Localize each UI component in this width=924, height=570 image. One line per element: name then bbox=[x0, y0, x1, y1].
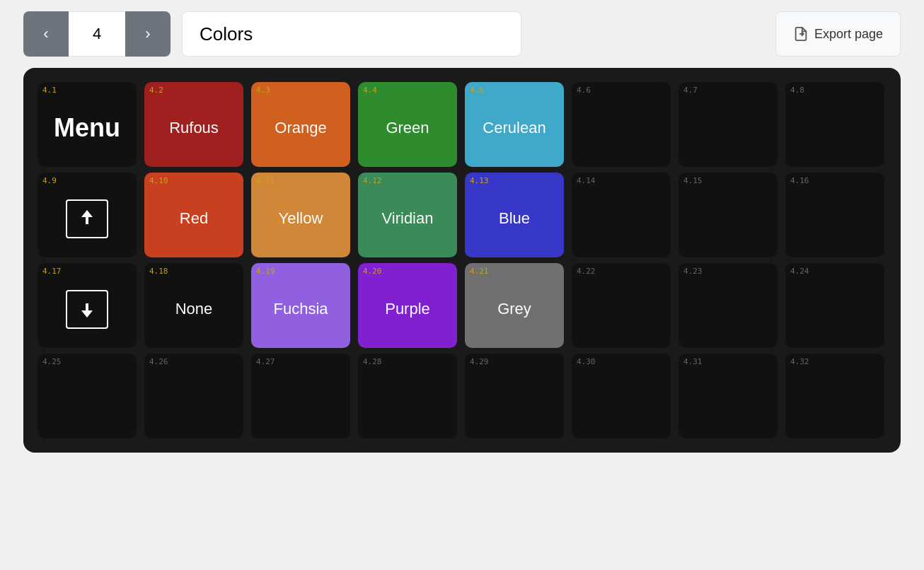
cell-label: 4.18 bbox=[149, 267, 168, 276]
cell-text: Green bbox=[386, 119, 429, 137]
cell-label: 4.1 bbox=[42, 86, 57, 95]
cell-label: 4.9 bbox=[42, 176, 57, 185]
cell-label: 4.21 bbox=[470, 267, 489, 276]
grid-cell-4-21[interactable]: 4.21Grey bbox=[465, 263, 564, 348]
grid-cell-4-32[interactable]: 4.32 bbox=[785, 354, 884, 438]
download-icon bbox=[66, 290, 108, 329]
upload-icon bbox=[66, 199, 108, 238]
cell-text: Cerulean bbox=[483, 119, 545, 137]
grid-cell-4-12[interactable]: 4.12Viridian bbox=[358, 173, 457, 257]
grid-cell-4-1[interactable]: 4.1Menu bbox=[37, 82, 137, 167]
cell-label: 4.32 bbox=[790, 357, 809, 366]
cell-label: 4.25 bbox=[42, 357, 62, 366]
grid-cell-4-22[interactable]: 4.22 bbox=[572, 263, 671, 348]
cell-text: None bbox=[175, 300, 213, 318]
grid-cell-4-16[interactable]: 4.16 bbox=[785, 173, 884, 257]
cell-label: 4.27 bbox=[256, 357, 275, 366]
cell-label: 4.3 bbox=[256, 86, 270, 95]
header: ‹ 4 › Colors Export page bbox=[23, 11, 901, 57]
cell-label: 4.5 bbox=[470, 86, 484, 95]
svg-marker-4 bbox=[81, 310, 93, 318]
grid-cell-4-30[interactable]: 4.30 bbox=[572, 354, 671, 438]
cell-label: 4.31 bbox=[683, 357, 703, 366]
cell-text: Red bbox=[180, 209, 208, 228]
grid-cell-4-11[interactable]: 4.11Yellow bbox=[251, 173, 350, 257]
grid-cell-4-25[interactable]: 4.25 bbox=[37, 354, 137, 438]
cell-label: 4.6 bbox=[577, 86, 591, 95]
cell-label: 4.19 bbox=[256, 267, 275, 276]
cell-label: 4.17 bbox=[42, 267, 62, 276]
prev-button[interactable]: ‹ bbox=[23, 11, 69, 57]
grid-cell-4-23[interactable]: 4.23 bbox=[678, 263, 778, 348]
grid-cell-4-6[interactable]: 4.6 bbox=[572, 82, 671, 167]
page-number: 4 bbox=[69, 11, 125, 57]
grid-cell-4-18[interactable]: 4.18None bbox=[144, 263, 243, 348]
cell-label: 4.10 bbox=[149, 176, 168, 185]
cell-text: Blue bbox=[499, 209, 530, 228]
export-button[interactable]: Export page bbox=[775, 11, 901, 57]
cell-label: 4.2 bbox=[149, 86, 163, 95]
cell-text: Yellow bbox=[279, 209, 323, 228]
grid-cell-4-15[interactable]: 4.15 bbox=[678, 173, 778, 257]
grid-cell-4-17[interactable]: 4.17 bbox=[37, 263, 137, 348]
cell-label: 4.26 bbox=[149, 357, 168, 366]
grid-cell-4-4[interactable]: 4.4Green bbox=[358, 82, 457, 167]
grid-container: 4.1Menu4.2Rufous4.3Orange4.4Green4.5Ceru… bbox=[23, 68, 901, 453]
grid-cell-4-14[interactable]: 4.14 bbox=[572, 173, 671, 257]
cell-label: 4.30 bbox=[577, 357, 596, 366]
menu-text: Menu bbox=[54, 113, 120, 143]
grid-cell-4-10[interactable]: 4.10Red bbox=[144, 173, 243, 257]
grid-cell-4-27[interactable]: 4.27 bbox=[251, 354, 350, 438]
grid-cell-4-29[interactable]: 4.29 bbox=[465, 354, 564, 438]
cell-label: 4.4 bbox=[363, 86, 377, 95]
grid-cell-4-9[interactable]: 4.9 bbox=[37, 173, 137, 257]
grid-cell-4-2[interactable]: 4.2Rufous bbox=[144, 82, 243, 167]
export-icon bbox=[793, 26, 809, 42]
svg-marker-2 bbox=[81, 210, 93, 217]
grid-cell-4-31[interactable]: 4.31 bbox=[678, 354, 778, 438]
cell-label: 4.23 bbox=[683, 267, 703, 276]
grid-cell-4-20[interactable]: 4.20Purple bbox=[358, 263, 457, 348]
cell-label: 4.22 bbox=[577, 267, 596, 276]
cell-grid: 4.1Menu4.2Rufous4.3Orange4.4Green4.5Ceru… bbox=[37, 82, 887, 438]
cell-label: 4.13 bbox=[470, 176, 489, 185]
cell-text: Viridian bbox=[382, 209, 434, 228]
grid-cell-4-19[interactable]: 4.19Fuchsia bbox=[251, 263, 350, 348]
cell-label: 4.16 bbox=[790, 176, 809, 185]
cell-label: 4.15 bbox=[683, 176, 703, 185]
cell-label: 4.28 bbox=[363, 357, 382, 366]
grid-cell-4-24[interactable]: 4.24 bbox=[785, 263, 884, 348]
cell-label: 4.11 bbox=[256, 176, 275, 185]
grid-cell-4-26[interactable]: 4.26 bbox=[144, 354, 243, 438]
grid-cell-4-28[interactable]: 4.28 bbox=[358, 354, 457, 438]
cell-label: 4.14 bbox=[577, 176, 596, 185]
cell-text: Fuchsia bbox=[273, 300, 328, 318]
cell-text: Grey bbox=[497, 300, 531, 318]
next-button[interactable]: › bbox=[125, 11, 171, 57]
cell-label: 4.20 bbox=[363, 267, 382, 276]
cell-text: Orange bbox=[275, 119, 326, 137]
cell-label: 4.7 bbox=[683, 86, 698, 95]
cell-text: Rufous bbox=[169, 119, 219, 137]
cell-label: 4.12 bbox=[363, 176, 382, 185]
cell-label: 4.24 bbox=[790, 267, 809, 276]
grid-cell-4-13[interactable]: 4.13Blue bbox=[465, 173, 564, 257]
cell-label: 4.29 bbox=[470, 357, 489, 366]
page-title: Colors bbox=[182, 11, 521, 57]
cell-text: Purple bbox=[385, 300, 430, 318]
grid-cell-4-7[interactable]: 4.7 bbox=[678, 82, 778, 167]
grid-cell-4-8[interactable]: 4.8 bbox=[785, 82, 884, 167]
grid-cell-4-3[interactable]: 4.3Orange bbox=[251, 82, 350, 167]
grid-cell-4-5[interactable]: 4.5Cerulean bbox=[465, 82, 564, 167]
cell-label: 4.8 bbox=[790, 86, 804, 95]
